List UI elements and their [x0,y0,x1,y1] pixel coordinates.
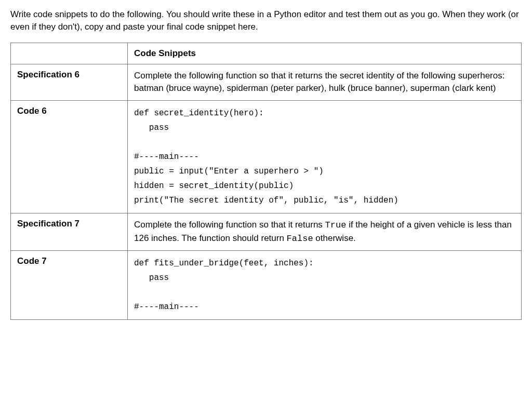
code7-label: Code 7 [11,251,128,320]
instructions-text: Write code snippets to do the following.… [10,8,522,33]
code7-text: def fits_under_bridge(feet, inches): pas… [128,251,522,320]
spec6-text: Complete the following function so that … [128,64,522,100]
code-snippets-table: Code Snippets Specification 6 Complete t… [10,43,522,320]
spec7-text: Complete the following function so that … [128,213,522,250]
header-empty-cell [11,43,128,64]
spec7-post: otherwise. [313,233,356,243]
table-row: Specification 6 Complete the following f… [11,64,522,100]
spec7-false: False [287,234,313,244]
code6-label: Code 6 [11,100,128,213]
table-row: Code 6 def secret_identity(hero): pass #… [11,100,522,213]
spec7-pre: Complete the following function so that … [134,220,325,230]
table-row: Code 7 def fits_under_bridge(feet, inche… [11,251,522,320]
spec6-label: Specification 6 [11,64,128,100]
table-header-row: Code Snippets [11,43,522,64]
spec7-true: True [325,220,347,230]
header-code-snippets: Code Snippets [128,43,522,64]
spec7-label: Specification 7 [11,213,128,250]
table-row: Specification 7 Complete the following f… [11,213,522,250]
code6-text: def secret_identity(hero): pass #----mai… [128,100,522,213]
